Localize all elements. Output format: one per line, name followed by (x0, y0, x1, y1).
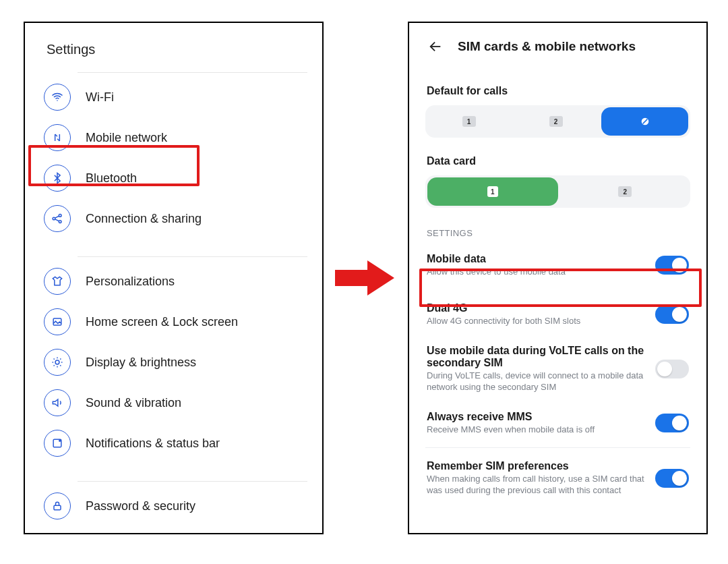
svg-marker-9 (335, 260, 394, 295)
settings-item-notifications-status[interactable]: Notifications & status bar (40, 423, 307, 463)
default-calls-segmented: 1 2 (425, 105, 690, 138)
page-title: Settings (37, 34, 310, 72)
row-volte-secondary[interactable]: Use mobile data during VoLTE calls on th… (425, 335, 690, 401)
settings-item-mobile-network[interactable]: Mobile network (40, 117, 307, 158)
settings-item-label: Bluetooth (86, 171, 137, 186)
settings-item-label: Wi-Fi (86, 90, 114, 105)
svg-point-7 (59, 440, 61, 442)
settings-item-label: Connection & sharing (86, 212, 202, 226)
notification-icon (44, 430, 71, 457)
divider (425, 447, 690, 448)
picture-icon (44, 308, 71, 335)
row-title: Dual 4G (427, 302, 647, 314)
divider (78, 72, 307, 73)
toggle-always-mms[interactable] (655, 414, 689, 432)
settings-item-password-security[interactable]: Password & security (40, 486, 307, 526)
svg-point-2 (59, 215, 61, 217)
settings-item-wifi[interactable]: Wi-Fi (40, 77, 307, 117)
arrow-icon (335, 258, 396, 298)
wifi-icon (44, 84, 71, 111)
bluetooth-icon (44, 165, 71, 192)
share-icon (44, 205, 71, 232)
svg-point-5 (55, 360, 59, 364)
data-option-1[interactable]: 1 (427, 177, 558, 206)
sim-chip-1: 1 (487, 186, 498, 197)
row-dual-4g[interactable]: Dual 4G Allow 4G connectivity for both S… (425, 293, 690, 335)
brightness-icon (44, 349, 71, 376)
calls-option-none[interactable] (601, 107, 688, 136)
toggle-remember-sim[interactable] (655, 469, 689, 488)
calls-option-1[interactable]: 1 (425, 105, 512, 138)
row-subtitle: Allow 4G connectivity for both SIM slots (427, 316, 647, 327)
settings-item-display-brightness[interactable]: Display & brightness (40, 342, 307, 383)
row-remember-sim[interactable]: Remember SIM preferences When making cal… (425, 451, 690, 505)
sim-badge-2: 2 (549, 116, 563, 127)
settings-item-label: Home screen & Lock screen (86, 315, 238, 329)
svg-point-0 (57, 100, 58, 101)
sim-networks-screen: SIM cards & mobile networks Default for … (408, 22, 708, 534)
lock-icon (44, 492, 71, 519)
settings-item-label: Notifications & status bar (86, 436, 220, 451)
settings-item-connection-sharing[interactable]: Connection & sharing (40, 198, 307, 239)
svg-point-1 (53, 217, 55, 220)
settings-section-header: SETTINGS (427, 228, 690, 238)
toggle-mobile-data[interactable] (655, 256, 689, 275)
settings-item-label: Display & brightness (86, 356, 196, 370)
settings-item-label: Mobile network (86, 131, 167, 145)
settings-item-label: Sound & vibration (86, 396, 181, 410)
row-subtitle: When making calls from call history, use… (427, 474, 647, 497)
sim-badge-1: 1 (462, 116, 476, 127)
svg-rect-8 (54, 505, 61, 510)
default-calls-label: Default for calls (427, 85, 690, 97)
svg-point-3 (59, 221, 61, 223)
row-title: Mobile data (427, 253, 647, 265)
speaker-icon (44, 389, 71, 416)
back-button[interactable] (423, 34, 448, 59)
settings-item-bluetooth[interactable]: Bluetooth (40, 158, 307, 198)
settings-item-label: Personalizations (86, 275, 175, 289)
no-sim-icon (640, 116, 650, 127)
mobile-network-icon (44, 124, 71, 151)
page-title: SIM cards & mobile networks (458, 39, 636, 54)
toggle-volte-secondary[interactable] (655, 360, 689, 378)
settings-item-personalizations[interactable]: Personalizations (40, 261, 307, 302)
data-option-2[interactable]: 2 (560, 175, 691, 208)
settings-screen: Settings Wi-Fi Mobile network (24, 22, 324, 534)
divider (78, 256, 307, 257)
settings-item-home-lock[interactable]: Home screen & Lock screen (40, 302, 307, 342)
row-mobile-data[interactable]: Mobile data Allow this device to use mob… (425, 244, 690, 286)
row-subtitle: Receive MMS even when mobile data is off (427, 424, 647, 436)
sim-badge-2: 2 (618, 186, 632, 197)
row-subtitle: Allow this device to use mobile data (427, 266, 647, 278)
data-card-label: Data card (427, 155, 690, 167)
calls-option-2[interactable]: 2 (512, 105, 599, 138)
data-card-segmented: 1 2 (425, 175, 690, 208)
row-always-mms[interactable]: Always receive MMS Receive MMS even when… (425, 401, 690, 444)
row-subtitle: During VoLTE calls, device will connect … (427, 370, 647, 393)
settings-item-sound-vibration[interactable]: Sound & vibration (40, 383, 307, 423)
shirt-icon (44, 268, 71, 295)
toggle-dual-4g[interactable] (655, 305, 689, 324)
row-title: Use mobile data during VoLTE calls on th… (427, 345, 647, 369)
row-title: Always receive MMS (427, 411, 647, 423)
row-title: Remember SIM preferences (427, 460, 647, 472)
divider (78, 481, 307, 482)
settings-item-label: Password & security (86, 499, 195, 513)
